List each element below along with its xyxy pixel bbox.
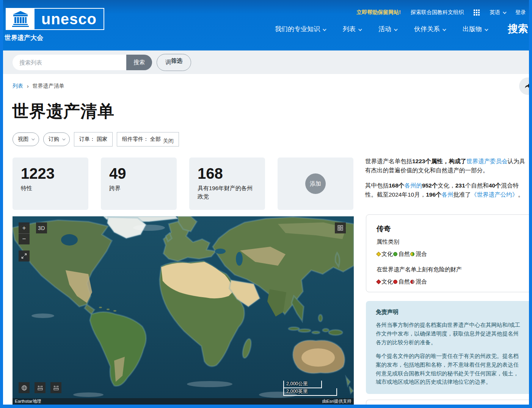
toggle-3d-button[interactable]: 3D: [36, 222, 47, 233]
chevron-down-icon: [485, 27, 488, 31]
stat-value: 49: [109, 165, 168, 182]
site-subtitle: 世界遗产大会: [5, 33, 43, 42]
legend-row-danger: 文化 自然 混合: [377, 278, 521, 285]
attribution-source: Earthstar地理: [15, 399, 41, 404]
fullscreen-button[interactable]: [19, 250, 30, 261]
stat-card-states-parties: 168 具有196年财产的各州政党: [189, 158, 265, 210]
stat-label: 跨界: [109, 184, 168, 192]
site-header: unesco 世界遗产大会 立即帮助保留网站! 探索联合国教科文组织 英语 登录…: [0, 0, 532, 50]
grid-apps-icon[interactable]: [474, 9, 480, 16]
page-title: 世界遗产清单: [12, 100, 115, 123]
nav-item-expertise[interactable]: 我们的专业知识: [275, 25, 325, 33]
cultural-danger-marker-icon: [376, 279, 381, 284]
stat-card-properties: 1223 特性: [13, 158, 88, 210]
attribution-esri[interactable]: 由Esri提供支持: [322, 399, 352, 404]
measure-ruler-icon: [37, 385, 43, 391]
measure-ruler-icon: [53, 385, 59, 391]
natural-danger-marker-icon: [393, 280, 397, 284]
chevron-down-icon: [62, 137, 65, 140]
disclaimer-paragraph-2: 每个提名文件的内容的唯一责任在于有关的州政党。提名档案的发布，包括地图和名称，并…: [376, 352, 522, 387]
map-attribution: Earthstar地理 由Esri提供支持: [13, 398, 354, 405]
unesco-logo[interactable]: unesco: [6, 8, 104, 30]
stat-card-transboundary: 49 跨界: [101, 158, 177, 210]
login-link[interactable]: 登录: [515, 9, 526, 16]
basemap-gallery-button[interactable]: [335, 222, 346, 233]
scale-miles: 2,000英里: [284, 388, 337, 396]
intro-text: 世界遗产名单包括1223个属性，构成了世界遗产委员会认为具有杰出的普遍价值的文化…: [365, 157, 529, 199]
nav-item-publications[interactable]: 出版物: [463, 25, 487, 33]
header-top-links: 立即帮助保留网站! 探索联合国教科文组织 英语 登录: [356, 9, 526, 16]
nav-item-activities[interactable]: 活动: [378, 25, 397, 33]
nav-item-lists[interactable]: 列表: [343, 25, 361, 33]
stat-card-add: 添加: [278, 158, 353, 210]
mixed-marker-icon: [410, 252, 414, 256]
zoom-in-button[interactable]: +: [19, 222, 30, 233]
zoom-controls: + −: [19, 222, 30, 244]
chip-close-button[interactable]: 关闭: [163, 138, 174, 145]
inline-link[interactable]: 各州: [442, 191, 454, 198]
basemap-gallery-icon: [337, 225, 343, 231]
unesco-wordmark: unesco: [35, 9, 104, 29]
legend-title: 传奇: [377, 224, 521, 234]
disclaimer-paragraph-1: 各州当事方制作的提名档案由世界遗产中心在其网站和/或工作文件中发布，以确保透明度…: [376, 321, 522, 347]
chevron-down-icon: [31, 137, 35, 140]
globe-icon: [21, 385, 27, 391]
add-button[interactable]: 添加: [305, 173, 326, 194]
nav-item-partnerships[interactable]: 伙伴关系: [414, 25, 445, 33]
legend-danger-heading: 在世界遗产名单上刻有危险的财产: [377, 266, 521, 273]
list-search-bar: 搜索 调筛选: [3, 50, 529, 74]
breadcrumb: 列表 › 世界遗产清单: [13, 83, 64, 90]
order-dropdown[interactable]: 订购: [43, 132, 70, 146]
viewport-frame-bottom: [0, 405, 532, 408]
disclaimer-title: 免责声明: [376, 309, 522, 316]
stat-label: 特性: [21, 184, 80, 192]
stat-label: 具有196年财产的各州政党: [198, 184, 257, 201]
stat-value: 1223: [21, 165, 80, 182]
intro-paragraph-2: 其中包括168个各州的952个文化，231个自然和40个混合特性。截至2024年…: [365, 181, 529, 199]
natural-marker-icon: [393, 252, 397, 256]
inline-link[interactable]: 世界遗产委员会: [466, 158, 508, 164]
breadcrumb-separator: ›: [27, 83, 29, 89]
nav-search-toggle[interactable]: 搜索: [508, 22, 528, 36]
inline-link[interactable]: 各州的: [404, 182, 422, 189]
parts-filter-chip[interactable]: 组件零件： 全部关闭: [117, 132, 179, 147]
breadcrumb-current: 世界遗产清单: [33, 83, 64, 90]
unesco-temple-icon: [6, 9, 35, 29]
search-input[interactable]: [13, 55, 126, 70]
viewport-frame-right: [529, 0, 532, 408]
legend-row-normal: 文化 自然 混合: [377, 250, 521, 258]
inline-link[interactable]: 《世界遗产公约》: [471, 191, 518, 198]
mixed-danger-marker-icon: [410, 280, 414, 284]
chevron-down-icon: [358, 27, 362, 31]
world-heritage-map[interactable]: + − 3D: [13, 216, 354, 405]
disclaimer-panel: 免责声明 各州当事方制作的提名档案由世界遗产中心在其网站和/或工作文件中发布，以…: [366, 301, 532, 394]
measure-area-button[interactable]: [50, 382, 61, 393]
map-scale-bar: 2,000公里 2,000英里: [283, 381, 337, 396]
cultural-marker-icon: [376, 252, 381, 257]
chevron-down-icon: [443, 27, 446, 31]
globe-view-button[interactable]: [19, 382, 30, 393]
filter-button[interactable]: 调筛选: [157, 54, 191, 71]
stat-value: 168: [198, 165, 257, 182]
language-selector[interactable]: 英语: [490, 9, 505, 16]
legend-panel: 传奇 属性类别 文化 自然 混合 在世界遗产名单上刻有危险的财产 文化 自然 混…: [366, 214, 532, 292]
satellite-world-map: [13, 216, 354, 405]
stat-cards: 1223 特性 49 跨界 168 具有196年财产的各州政党 添加: [13, 158, 353, 210]
view-dropdown[interactable]: 视图: [13, 132, 39, 146]
chevron-down-icon: [503, 10, 507, 14]
explore-unesco-link[interactable]: 探索联合国教科文组织: [411, 9, 464, 16]
intro-paragraph-1: 世界遗产名单包括1223个属性，构成了世界遗产委员会认为具有杰出的普遍价值的文化…: [365, 157, 529, 175]
chevron-down-icon: [323, 27, 326, 31]
scale-kilometers: 2,000公里: [284, 381, 322, 388]
order-filter-chip[interactable]: 订单： 国家: [74, 132, 113, 147]
breadcrumb-home-link[interactable]: 列表: [13, 83, 23, 90]
list-toolbar: 视图 订购 订单： 国家 组件零件： 全部关闭: [13, 132, 179, 147]
fullscreen-expand-icon: [21, 253, 27, 259]
donate-link[interactable]: 立即帮助保留网站!: [356, 9, 401, 16]
chevron-down-icon: [394, 27, 398, 31]
search-button[interactable]: 搜索: [126, 55, 152, 70]
main-nav: 我们的专业知识 列表 活动 伙伴关系 出版物 搜索: [275, 22, 528, 36]
viewport-frame-left: [0, 0, 3, 408]
measure-distance-button[interactable]: [35, 382, 46, 393]
zoom-out-button[interactable]: −: [19, 233, 30, 244]
